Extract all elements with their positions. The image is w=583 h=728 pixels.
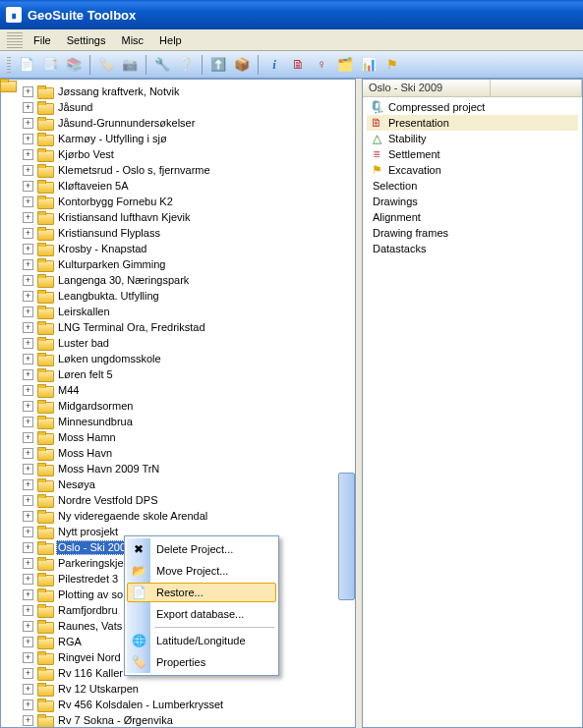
detail-item[interactable]: Drawings [367,194,578,209]
doc-icon[interactable]: 🗎 [287,54,309,76]
tree-row[interactable]: +Ny videregaende skole Arendal [9,508,355,524]
help-icon[interactable]: ❔ [175,54,197,76]
expand-icon[interactable]: + [23,291,33,302]
menu-help[interactable]: Help [151,32,190,48]
expand-icon[interactable]: + [23,338,33,349]
tree-row[interactable]: +Rv 12 Utskarpen [9,681,355,697]
tree-label[interactable]: Karmøy - Utfylling i sjø [56,132,169,146]
tree-row[interactable]: +Luster bad [9,335,355,351]
tree-row[interactable]: +Leirskallen [9,304,355,319]
menu-misc[interactable]: Misc [113,32,151,48]
tree-row[interactable]: +Moss Hamn [9,429,355,445]
tree-row[interactable]: +Kristiansund Flyplass [9,225,355,241]
expand-icon[interactable]: + [23,621,33,632]
tree-row[interactable]: +M44 [9,382,355,398]
tools-icon[interactable]: 🔧 [151,54,173,76]
tree-label[interactable]: Leirskallen [56,305,112,319]
tree-row[interactable]: +Kontorbygg Fornebu K2 [9,194,355,209]
expand-icon[interactable]: + [23,275,33,286]
tree-label[interactable]: Kjørbo Vest [56,147,116,162]
expand-icon[interactable]: + [23,542,33,553]
expand-icon[interactable]: + [23,511,33,522]
detail-list[interactable]: 🗜️Compressed project🗎Presentation△Stabil… [363,97,582,727]
tree-label[interactable]: Klemetsrud - Oslo s, fjernvarme [56,163,212,178]
detail-item[interactable]: ⚑Excavation [367,162,578,178]
tree-label[interactable]: Nordre Vestfold DPS [56,493,160,508]
chart-icon[interactable]: 📊 [358,54,379,76]
tree-label[interactable]: Moss Hamn [56,430,118,445]
tree-label[interactable]: Luster bad [56,336,111,351]
expand-icon[interactable]: + [23,196,33,207]
tree-row[interactable]: +Rv 456 Kolsdalen - Lumberkrysset [9,697,355,712]
tree-row[interactable]: +Kjørbo Vest [9,146,355,162]
tree-row[interactable]: +Moss Havn 2009 TrN [9,461,355,476]
expand-icon[interactable]: + [23,401,33,412]
tree-label[interactable]: Nesøya [56,477,97,492]
up-icon[interactable]: ⬆️ [207,54,229,76]
copy-icon[interactable]: 📑 [39,54,61,76]
expand-icon[interactable]: + [23,589,33,600]
tree-label[interactable]: Kristiansand lufthavn Kjevik [56,210,193,225]
tree-label[interactable]: Rv 7 Sokna - Ørgenvika [56,713,175,728]
tree-label[interactable]: Løren felt 5 [56,367,115,382]
tree-label[interactable]: Moss Havn [56,446,114,461]
tree-label[interactable]: Raunes, Vats [56,619,124,634]
expand-icon[interactable]: + [23,715,33,726]
tree-label[interactable]: LNG Terminal Ora, Fredrikstad [56,320,207,335]
detail-item[interactable]: △Stability [367,131,578,146]
tree-row[interactable]: +Klemetsrud - Oslo s, fjernvarme [9,162,355,178]
tree-row[interactable]: +Kristiansand lufthavn Kjevik [9,209,355,225]
tree-row[interactable]: +Nordre Vestfold DPS [9,492,355,508]
detail-item[interactable]: 🗎Presentation [367,115,578,131]
expand-icon[interactable]: + [23,637,33,647]
tree-label[interactable]: Nytt prosjekt [56,525,120,539]
expand-icon[interactable]: + [23,102,33,113]
tbtn-5-icon[interactable]: 📷 [119,54,141,76]
expand-icon[interactable]: + [23,165,33,176]
tree-label[interactable]: Løken ungdomsskole [56,352,163,366]
scrollbar-thumb[interactable] [338,473,355,600]
tree-label[interactable]: Jåsund-Grunnundersøkelser [56,116,197,131]
expand-icon[interactable]: + [23,479,33,490]
detail-item[interactable]: Selection [367,178,578,194]
tree-label[interactable]: Rv 456 Kolsdalen - Lumberkrysset [56,698,225,712]
detail-header[interactable]: Oslo - Ski 2009 [363,80,582,97]
expand-icon[interactable]: + [23,149,33,160]
tree-row[interactable]: +Midgardsormen [9,398,355,414]
flag-icon[interactable]: ⚑ [381,54,403,76]
expand-icon[interactable]: + [23,244,33,254]
tree-row[interactable]: +Leangbukta. Utfylling [9,288,355,304]
context-item-move[interactable]: 📂Move Project... [127,560,276,582]
tree-label[interactable]: Leangbukta. Utfylling [56,289,161,304]
toolbar-grip[interactable] [7,57,11,73]
expand-icon[interactable]: + [23,684,33,695]
tree-label[interactable]: Midgardsormen [56,399,135,414]
tree-label[interactable]: Rv 116 Kaller [56,666,125,681]
tree-row[interactable]: +Minnesundbrua [9,414,355,429]
tree-label[interactable]: Ny videregaende skole Arendal [56,509,209,524]
tree-label[interactable]: Oslo - Ski 2009 [56,540,134,555]
tree-label[interactable]: Ramfjordbru [56,603,120,618]
expand-icon[interactable]: + [23,228,33,239]
detail-item[interactable]: Alignment [367,209,578,225]
context-item-props[interactable]: 🏷️Properties [127,651,276,673]
new-icon[interactable]: 📄 [16,54,37,76]
detail-item[interactable]: ≡Settlement [367,146,578,162]
expand-icon[interactable]: + [23,118,33,129]
detail-item[interactable]: 🗜️Compressed project [367,99,578,115]
menu-grip[interactable] [7,32,23,48]
expand-icon[interactable]: + [23,495,33,506]
expand-icon[interactable]: + [23,668,33,679]
detail-item[interactable]: Datastacks [367,241,578,256]
expand-icon[interactable]: + [23,448,33,459]
box-icon[interactable]: 📦 [231,54,253,76]
tree-row[interactable]: +Rv 7 Sokna - Ørgenvika [9,712,355,728]
expand-icon[interactable]: + [23,432,33,443]
tree-label[interactable]: Pilestredet 3 [56,572,120,587]
tree-label[interactable]: Moss Havn 2009 TrN [56,462,161,476]
detail-header-title[interactable]: Oslo - Ski 2009 [363,80,491,96]
tree-row[interactable]: +Jøssang kraftverk, Notvik [9,84,355,99]
tree-row[interactable]: +Kløftaveien 5A [9,178,355,194]
tree-row[interactable]: +Løken ungdomsskole [9,351,355,366]
expand-icon[interactable]: + [23,417,33,427]
